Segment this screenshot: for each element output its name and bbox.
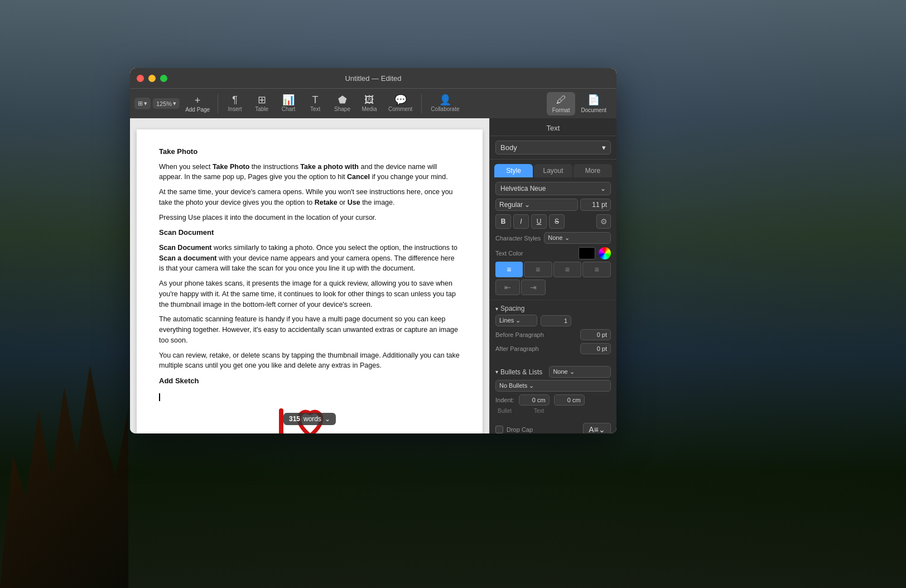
bullet-indent-input[interactable]: 0 cm: [519, 394, 550, 406]
text-indent-input[interactable]: 0 cm: [554, 394, 585, 406]
toolbar-separator-1: [218, 94, 218, 113]
font-size-input[interactable]: 11 pt: [580, 199, 611, 211]
align-right-button[interactable]: ≡: [553, 262, 582, 277]
bullets-style-selector[interactable]: No Bullets ⌄: [495, 380, 611, 392]
line-spacing-selector[interactable]: Lines ⌄: [495, 315, 537, 326]
heading-add-sketch: Add Sketch: [159, 375, 460, 387]
bold-button[interactable]: B: [495, 214, 511, 229]
line-spacing-row: Lines ⌄ 1: [495, 315, 611, 326]
italic-button[interactable]: I: [513, 214, 529, 229]
before-para-value[interactable]: 0 pt: [580, 329, 611, 340]
para-take-photo-2: At the same time, your device's camera o…: [159, 187, 460, 208]
drop-cap-checkbox[interactable]: [495, 426, 503, 433]
line-spacing-value[interactable]: 1: [541, 315, 571, 326]
word-count-bar[interactable]: 315 words ⌄: [283, 413, 336, 425]
toolbar-separator-2: [421, 94, 422, 113]
comment-label: Comment: [388, 106, 412, 112]
bullets-label: Bullets & Lists: [500, 368, 542, 376]
align-center-button[interactable]: ≡: [524, 262, 552, 277]
before-para-row: Before Paragraph 0 pt: [495, 329, 611, 340]
document-page[interactable]: Take Photo When you select Take Photo th…: [137, 129, 483, 433]
word-count-number: 315: [289, 415, 300, 423]
underline-button[interactable]: U: [531, 214, 547, 229]
text-button[interactable]: T Text: [303, 93, 327, 114]
insert-button[interactable]: ¶ Insert: [223, 93, 247, 114]
paragraph-style-selector: Body ▾: [490, 136, 616, 160]
font-style-value: Regular: [499, 201, 523, 209]
table-button[interactable]: ⊞ Table: [249, 93, 274, 114]
strikethrough-button[interactable]: S: [549, 214, 565, 229]
comment-button[interactable]: 💬 Comment: [384, 93, 417, 114]
insert-icon: ¶: [232, 95, 238, 105]
format-button[interactable]: 🖊 Format: [547, 92, 576, 115]
close-button[interactable]: [137, 75, 144, 82]
paragraph-style-dropdown[interactable]: Body ▾: [495, 141, 611, 155]
document-label: Document: [581, 107, 606, 113]
after-para-value[interactable]: 0 pt: [580, 343, 611, 354]
indent-label: Indent:: [495, 397, 514, 403]
font-section: Helvetica Neue ⌄ Regular ⌄ 11 pt B: [490, 177, 616, 300]
font-style-selector[interactable]: Regular ⌄: [495, 199, 578, 211]
text-options-button[interactable]: ⚙: [596, 214, 611, 229]
toolbar-right: 🖊 Format 📄 Document: [547, 91, 612, 115]
before-para-label: Before Paragraph: [495, 331, 577, 338]
indent-row: ⇤ ⇥: [495, 279, 611, 295]
align-left-button[interactable]: ≡: [495, 262, 523, 277]
drop-cap-label: Drop Cap: [507, 426, 580, 433]
tab-style[interactable]: Style: [494, 164, 533, 177]
heading-take-photo: Take Photo: [159, 146, 460, 157]
line-spacing-type: Lines: [499, 317, 514, 324]
bullets-header[interactable]: Bullets & Lists None ⌄: [490, 362, 616, 380]
document-area: Take Photo When you select Take Photo th…: [130, 118, 489, 433]
minimize-button[interactable]: [148, 75, 156, 82]
toolbar: ⊞ ▾ 125% ▾ + Add Page ¶ Insert ⊞ Table 📊…: [130, 88, 616, 118]
collaborate-label: Collaborate: [431, 106, 459, 112]
traffic-lights: [137, 75, 167, 82]
char-styles-selector[interactable]: None ⌄: [544, 232, 611, 244]
indent-inputs: Indent: 0 cm 0 cm: [495, 394, 611, 406]
color-wheel-button[interactable]: [599, 247, 611, 259]
word-count-label: words: [303, 415, 321, 423]
decrease-indent-button[interactable]: ⇤: [495, 279, 520, 295]
after-para-row: After Paragraph 0 pt: [495, 343, 611, 354]
chart-button[interactable]: 📊 Chart: [276, 93, 301, 114]
paragraph-style-value: Body: [500, 143, 517, 152]
font-name-selector[interactable]: Helvetica Neue ⌄: [495, 182, 611, 195]
drop-cap-row: Drop Cap A≡ ⌄: [490, 418, 616, 433]
spacing-label: Spacing: [500, 305, 524, 312]
spacing-content: Lines ⌄ 1 Before Paragraph 0 pt: [490, 315, 616, 362]
drop-cap-preview-button[interactable]: A≡ ⌄: [583, 423, 611, 433]
chart-label: Chart: [282, 106, 295, 112]
media-icon: 🖼: [364, 95, 374, 105]
add-page-button[interactable]: + Add Page: [182, 93, 213, 115]
tab-layout[interactable]: Layout: [534, 164, 572, 177]
maximize-button[interactable]: [160, 75, 167, 82]
format-icon: 🖊: [556, 94, 566, 106]
media-button[interactable]: 🖼 Media: [357, 93, 382, 114]
shape-button[interactable]: ⬟ Shape: [330, 93, 355, 114]
content-area: Take Photo When you select Take Photo th…: [130, 118, 616, 433]
bullets-type-selector[interactable]: None ⌄: [549, 366, 611, 378]
panel-title: Text: [490, 118, 616, 136]
paragraph-style-chevron: ▾: [602, 143, 606, 152]
document-button[interactable]: 📄 Document: [575, 91, 612, 115]
right-panel: Text Body ▾ Style Layout More Helvetica …: [489, 118, 616, 433]
shape-label: Shape: [334, 106, 350, 112]
tab-more[interactable]: More: [574, 164, 612, 177]
table-icon: ⊞: [258, 95, 266, 105]
text-format-buttons: B I U S ⚙: [495, 214, 611, 229]
spacing-header[interactable]: Spacing: [490, 300, 616, 315]
drop-cap-preview-chevron: ⌄: [599, 425, 605, 433]
view-icon: ⊞: [138, 100, 143, 107]
title-bar: Untitled — Edited: [130, 68, 616, 88]
collaborate-button[interactable]: 👤 Collaborate: [426, 93, 464, 114]
text-icon: T: [312, 95, 319, 105]
zoom-button[interactable]: 125% ▾: [153, 98, 180, 109]
spacing-section: Spacing Lines ⌄ 1 Before Paragraph: [490, 300, 616, 362]
view-button[interactable]: ⊞ ▾: [134, 98, 151, 109]
align-justify-button[interactable]: ≡: [582, 262, 611, 277]
font-style-chevron: ⌄: [524, 201, 530, 209]
increase-indent-button[interactable]: ⇥: [521, 279, 546, 295]
para-take-photo-3: Pressing Use places it into the document…: [159, 213, 460, 223]
text-color-swatch[interactable]: [579, 247, 595, 259]
